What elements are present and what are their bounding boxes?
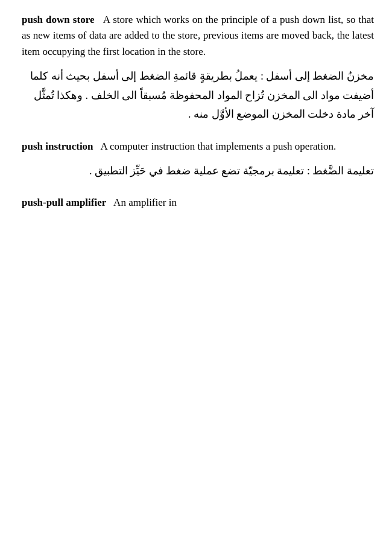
entry-push-down-store: push down store A store which works on t… [22, 12, 374, 124]
push-down-store-arabic: مخزنُ الضغط إلى أسفل : يعملُ بطريقةٍ قائ… [22, 67, 374, 124]
entry-push-instruction: push instruction A computer instruction … [22, 139, 374, 181]
push-down-store-english: push down store A store which works on t… [22, 12, 374, 60]
page-content: push down store A store which works on t… [22, 12, 374, 211]
push-down-store-term: push down store [22, 14, 94, 25]
push-pull-amplifier-english: push-pull amplifier An amplifier in [22, 195, 374, 211]
push-instruction-arabic: تعليمة الضَّغط : تعليمة برمجيّة تضع عملي… [22, 162, 374, 181]
push-pull-amplifier-def: An amplifier in [113, 197, 177, 208]
push-instruction-def: A computer instruction that implements a… [100, 141, 336, 152]
push-instruction-term: push instruction [22, 141, 93, 152]
entry-push-pull-amplifier: push-pull amplifier An amplifier in [22, 195, 374, 211]
push-instruction-english: push instruction A computer instruction … [22, 139, 374, 154]
push-pull-amplifier-term: push-pull amplifier [22, 197, 106, 208]
